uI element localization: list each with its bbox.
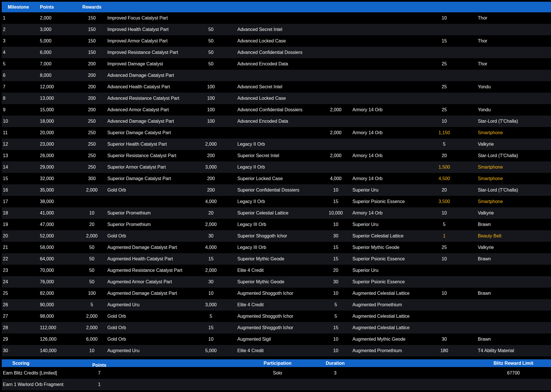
- reward-qty-cell: 2,000: [324, 130, 347, 135]
- milestone-cell: 8: [2, 96, 37, 101]
- milestone-cell: 14: [2, 165, 37, 170]
- points-cell: 23,000: [37, 142, 79, 147]
- reward-name-cell: Legacy II Orb: [222, 142, 324, 147]
- reward-qty-cell: 30: [324, 279, 347, 284]
- points-cell: 6,000: [37, 50, 79, 55]
- reward-qty-cell: 10: [433, 119, 456, 124]
- column-header-participation: Participation: [249, 361, 306, 366]
- points-cell: 70,000: [37, 268, 79, 273]
- reward-name-cell: Superior Mythic Geode: [222, 256, 324, 262]
- reward-qty-cell: 5: [79, 302, 104, 307]
- reward-qty-cell: 150: [79, 50, 104, 55]
- reward-name-cell: Superior Shoggoth Ichor: [222, 233, 324, 239]
- milestone-rows: 12,000150Improved Focus Catalyst Part10T…: [2, 12, 551, 356]
- reward-name-cell: Brawn: [456, 337, 551, 342]
- reward-name-cell: Augmented Celestial Lattice: [347, 291, 433, 296]
- reward-name-cell: Armory 14 Orb: [347, 130, 433, 135]
- reward-name-cell: Improved Armor Catalyst Part: [104, 38, 199, 44]
- milestone-cell: 30: [2, 348, 37, 353]
- reward-qty-cell: 2,000: [199, 268, 222, 273]
- reward-qty-cell: 6,000: [79, 337, 104, 342]
- reward-name-cell: Elite 4 Credit: [222, 268, 324, 273]
- reward-name-cell: Advanced Encoded Data: [222, 61, 324, 67]
- milestone-row: 2476,00050Augmented Armor Catalyst Part3…: [2, 276, 551, 288]
- reward-name-cell: Augmented Celestial Lattice: [347, 325, 433, 330]
- reward-name-cell: Advanced Armor Catalyst Part: [104, 107, 199, 112]
- reward-name-cell: Augmented Damage Catalyst Part: [104, 291, 199, 296]
- scoring-cell: Earn 1 Warlord Orb Fragment: [2, 382, 85, 387]
- reward-name-cell: Valkyrie: [456, 245, 551, 250]
- milestone-row: 1738,0004,000Legacy II Orb15Superior Psi…: [2, 196, 551, 207]
- reward-limit-cell: 67700: [485, 370, 542, 376]
- reward-name-cell: Augmented Shoggoth Ichor: [222, 291, 324, 296]
- scoring-cell: Earn Blitz Credits [Limited]: [2, 370, 85, 376]
- reward-qty-cell: 10: [324, 291, 347, 296]
- reward-name-cell: Yondu: [456, 84, 551, 89]
- points-cell: 82,000: [37, 291, 79, 296]
- reward-qty-cell: 250: [79, 165, 104, 170]
- reward-name-cell: Superior Mythic Geode: [347, 245, 433, 250]
- milestone-row: 2052,0002,000Gold Orb30Superior Shoggoth…: [2, 230, 551, 242]
- points-cell: 3,000: [37, 27, 79, 32]
- points-cell: 29,000: [37, 165, 79, 170]
- scoring-header: Scoring Points Participation Duration Bl…: [2, 359, 551, 367]
- reward-name-cell: Gold Orb: [104, 314, 199, 319]
- reward-name-cell: Legacy II Orb: [222, 199, 324, 204]
- reward-qty-cell: 15: [324, 199, 347, 204]
- reward-qty-cell: 10: [324, 348, 347, 353]
- reward-name-cell: Superior Uru: [347, 222, 433, 227]
- points-cell: 20,000: [37, 130, 79, 135]
- points-cell: 140,000: [37, 348, 79, 353]
- reward-name-cell: Elite 4 Credit: [222, 348, 324, 353]
- reward-qty-cell: 10: [433, 15, 456, 21]
- table-header: Milestone Points Rewards: [2, 2, 551, 12]
- reward-name-cell: Advanced Resistance Catalyst Part: [104, 96, 199, 101]
- reward-name-cell: Advanced Locked Case: [222, 96, 324, 101]
- column-header-milestone: Milestone: [2, 5, 37, 10]
- reward-qty-cell: 250: [79, 119, 104, 124]
- milestone-row: 46,000150Improved Resistance Catalyst Pa…: [2, 47, 551, 58]
- reward-qty-cell: 10: [324, 188, 347, 193]
- reward-qty-cell: 25: [433, 245, 456, 250]
- points-cell: 13,000: [37, 96, 79, 101]
- reward-name-cell: Superior Armor Catalyst Part: [104, 165, 199, 170]
- milestone-cell: 27: [2, 314, 37, 319]
- reward-name-cell: Superior Confidential Dossiers: [222, 188, 324, 193]
- reward-name-cell: Superior Celestial Lattice: [347, 233, 433, 239]
- reward-name-cell: Legacy III Orb: [222, 245, 324, 250]
- points-cell: 12,000: [37, 84, 79, 89]
- reward-name-cell: Armory 14 Orb: [347, 107, 433, 112]
- reward-name-cell: Armory 14 Orb: [347, 210, 433, 216]
- reward-qty-cell: 4,000: [199, 199, 222, 204]
- reward-name-cell: Advanced Health Catalyst Part: [104, 84, 199, 89]
- reward-qty-cell: 25: [433, 61, 456, 67]
- reward-name-cell: Armory 14 Orb: [347, 176, 433, 181]
- reward-name-cell: Superior Resistance Catalyst Part: [104, 153, 199, 158]
- reward-name-cell: Improved Health Catalyst Part: [104, 27, 199, 32]
- reward-qty-cell: 1: [433, 233, 456, 239]
- points-cell: 112,000: [37, 325, 79, 330]
- reward-qty-cell: 25: [433, 107, 456, 112]
- reward-name-cell: Improved Damage Catalyst: [104, 61, 199, 67]
- reward-qty-cell: 15: [324, 325, 347, 330]
- milestone-cell: 1: [2, 15, 37, 21]
- reward-name-cell: Superior Uru: [347, 268, 433, 273]
- reward-qty-cell: 20: [433, 188, 456, 193]
- reward-qty-cell: 50: [199, 61, 222, 67]
- reward-qty-cell: 200: [79, 96, 104, 101]
- milestone-row: 2582,000100Augmented Damage Catalyst Par…: [2, 288, 551, 299]
- milestone-cell: 25: [2, 291, 37, 296]
- milestone-row: 57,000200Improved Damage Catalyst50Advan…: [2, 58, 551, 70]
- reward-qty-cell: 150: [79, 15, 104, 21]
- reward-qty-cell: 5: [324, 314, 347, 319]
- points-cell: 52,000: [37, 233, 79, 239]
- milestone-row: 813,000200Advanced Resistance Catalyst P…: [2, 93, 551, 104]
- reward-qty-cell: 20: [433, 153, 456, 158]
- reward-qty-cell: 1,500: [433, 165, 456, 170]
- milestone-row: 2158,00050Augmented Damage Catalyst Part…: [2, 242, 551, 253]
- reward-name-cell: Augmented Promethium: [347, 348, 433, 353]
- reward-name-cell: Superior Health Catalyst Part: [104, 142, 199, 147]
- points-cell: 15,000: [37, 107, 79, 112]
- reward-name-cell: Superior Damage Catalyst Part: [104, 176, 199, 181]
- milestone-cell: 10: [2, 119, 37, 124]
